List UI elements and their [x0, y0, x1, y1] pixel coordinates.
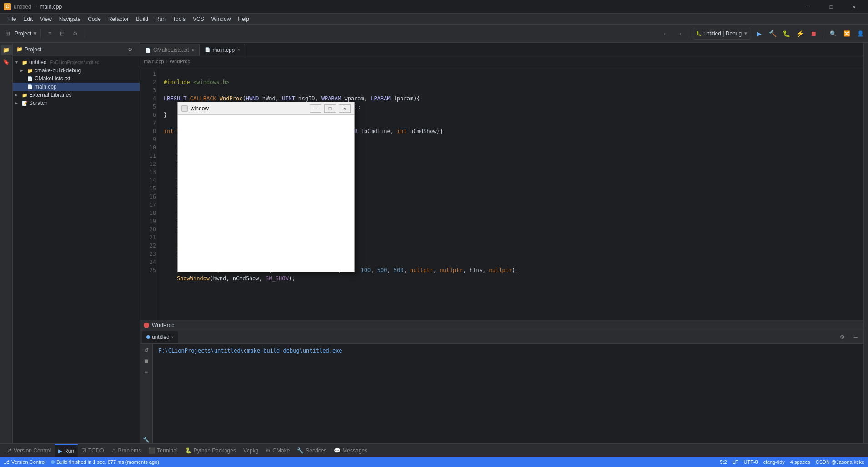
toolbar-sep-2: [84, 29, 84, 38]
menu-navigate[interactable]: Navigate: [55, 15, 84, 23]
title-bar-left: C untitled – main.cpp: [4, 3, 798, 10]
tree-icon-cmake: 📄: [27, 75, 33, 82]
bottom-tab-todo[interactable]: ☑ TODO: [78, 444, 107, 457]
tree-label-untitled: untitled: [29, 59, 47, 65]
floating-close-btn[interactable]: ×: [339, 104, 351, 113]
toolbar-project-label[interactable]: Project: [15, 30, 31, 37]
menu-window[interactable]: Window: [208, 15, 235, 23]
sidebar-icon-bookmarks[interactable]: 🔖: [1, 56, 12, 67]
status-version-control[interactable]: ⎇ Version Control: [4, 459, 45, 465]
bottom-tab-run[interactable]: ▶ Run: [55, 444, 78, 457]
run-settings-btn[interactable]: ⚙: [836, 331, 848, 343]
menu-view[interactable]: View: [36, 15, 55, 23]
run-tab-untitled[interactable]: untitled ×: [142, 331, 178, 343]
app-icon: C: [4, 3, 11, 10]
toolbar-btn-2[interactable]: ≡: [44, 28, 55, 40]
tree-label-maincpp: main.cpp: [35, 84, 57, 90]
bottom-tab-services[interactable]: 🔧 Services: [293, 444, 330, 457]
tree-label-cmake-build: cmake-build-debug: [35, 67, 81, 74]
sidebar-icon-project[interactable]: 📁: [1, 45, 12, 55]
menu-refactor[interactable]: Refactor: [105, 15, 132, 23]
tree-item-scratch[interactable]: ▶ 📝 Scratch: [13, 99, 140, 107]
toolbar-sep-4: [823, 29, 823, 38]
project-gear-btn[interactable]: ⚙: [124, 44, 136, 55]
menu-build[interactable]: Build: [132, 15, 152, 23]
code-editor[interactable]: 12345 678910 1112131415 1617181920 21222…: [140, 66, 863, 330]
toolbar-debug-btn[interactable]: 🐛: [780, 28, 792, 40]
bottom-tab-problems[interactable]: ⚠ Problems: [108, 444, 145, 457]
toolbar-profile-btn[interactable]: ⚡: [794, 28, 806, 40]
right-sidebar: [863, 43, 868, 457]
menu-bar: File Edit View Navigate Code Refactor Bu…: [0, 14, 868, 25]
tree-item-cmakelists[interactable]: 📄 CMakeLists.txt: [13, 75, 140, 83]
toolbar-settings-btn[interactable]: ⚙: [69, 28, 81, 40]
floating-title-text: window: [191, 105, 307, 112]
run-content: ↺ ⏹ ≡ 🔧 🗑 F:\CLionProjects\untitled\cmak…: [140, 344, 863, 457]
menu-edit[interactable]: Edit: [20, 15, 36, 23]
bottom-tab-cmake[interactable]: ⚙ CMake: [262, 444, 293, 457]
floating-title-bar: window ─ □ ×: [178, 102, 354, 115]
floating-maximize-btn[interactable]: □: [324, 104, 336, 113]
status-encoding[interactable]: UTF-8: [744, 459, 758, 465]
status-position[interactable]: 5:2: [720, 459, 727, 465]
status-indent[interactable]: clang-tidy: [763, 459, 785, 465]
bottom-tab-vcpkg[interactable]: Vcpkg: [240, 444, 262, 457]
maximize-button[interactable]: □: [821, 0, 842, 14]
menu-code[interactable]: Code: [84, 15, 105, 23]
run-output: F:\CLionProjects\untitled\cmake-build-de…: [153, 344, 863, 457]
tree-item-maincpp[interactable]: 📄 main.cpp: [13, 83, 140, 91]
toolbar-git-btn[interactable]: 🔀: [841, 28, 853, 40]
toolbar-sep-3: [689, 29, 689, 38]
toolbar-user-btn[interactable]: 👤: [854, 28, 866, 40]
minimize-button[interactable]: ─: [798, 0, 819, 14]
bottom-tab-python[interactable]: 🐍 Python Packages: [181, 444, 240, 457]
run-tab-run-icon: ▶: [58, 448, 62, 454]
toolbar-nav-back[interactable]: ←: [660, 28, 672, 40]
tab-maincpp-close[interactable]: ×: [237, 47, 240, 52]
project-panel-title: Project: [25, 46, 41, 53]
tree-item-cmake-build[interactable]: ▶ 📁 cmake-build-debug: [13, 66, 140, 75]
tab-cmakelists-close[interactable]: ×: [192, 48, 195, 53]
menu-help[interactable]: Help: [234, 15, 253, 23]
floating-minimize-btn[interactable]: ─: [310, 104, 321, 113]
toolbar-project-btn[interactable]: ⊞: [2, 28, 14, 40]
run-stop-btn[interactable]: ⏹: [142, 357, 151, 366]
wndproc-bar: WndProc: [140, 320, 863, 330]
run-tab-close[interactable]: ×: [171, 335, 174, 339]
toolbar-stop-btn[interactable]: ⏹: [808, 28, 819, 40]
title-project: untitled: [14, 4, 31, 10]
bottom-tab-messages[interactable]: 💬 Messages: [330, 444, 371, 457]
menu-tools[interactable]: Tools: [169, 15, 189, 23]
breadcrumb-sep: ›: [166, 58, 168, 65]
toolbar-build-btn[interactable]: 🔨: [767, 28, 778, 40]
project-header-actions: ⚙: [124, 44, 136, 55]
close-button[interactable]: ×: [843, 0, 864, 14]
status-spaces[interactable]: 4 spaces: [790, 459, 810, 465]
tab-cmakelists[interactable]: 📄 CMakeLists.txt ×: [140, 44, 200, 56]
run-close-panel-btn[interactable]: ─: [850, 331, 862, 343]
tree-item-untitled[interactable]: ▼ 📁 untitled F:/CLionProjects/untitled: [13, 58, 140, 66]
run-tab-icon: [146, 335, 150, 339]
bottom-tab-terminal[interactable]: ⬛ Terminal: [145, 444, 181, 457]
toolbar-btn-3[interactable]: ⊟: [56, 28, 68, 40]
tab-maincpp[interactable]: 📄 main.cpp ×: [200, 44, 246, 56]
tree-item-external[interactable]: ▶ 📁 External Libraries: [13, 91, 140, 99]
tree-arrow-cmake-build: ▶: [20, 68, 25, 73]
run-rerun-btn[interactable]: ↺: [142, 346, 151, 355]
tree-arrow-scratch: ▶: [15, 101, 20, 105]
menu-run[interactable]: Run: [152, 15, 169, 23]
run-scroll-btn[interactable]: ≡: [142, 368, 151, 377]
toolbar-nav-fwd[interactable]: →: [673, 28, 685, 40]
status-build[interactable]: Build finished in 1 sec, 877 ms (moments…: [51, 459, 159, 465]
menu-file[interactable]: File: [4, 15, 20, 23]
bottom-tab-version-control[interactable]: ⎇ Version Control: [2, 444, 55, 457]
left-icon-bar: 📁 🔖 ≡: [0, 43, 13, 457]
tree-icon-external: 📁: [21, 92, 28, 98]
run-filter-btn[interactable]: 🔧: [142, 435, 151, 444]
menu-vcs[interactable]: VCS: [189, 15, 208, 23]
status-lf[interactable]: LF: [733, 459, 738, 465]
toolbar-search-btn[interactable]: 🔍: [827, 28, 839, 40]
debug-config-selector[interactable]: 🐛 untitled | Debug ▼: [693, 28, 751, 40]
status-user[interactable]: CSDN @Jasona keke: [816, 459, 864, 465]
toolbar-run-btn[interactable]: ▶: [753, 28, 765, 40]
